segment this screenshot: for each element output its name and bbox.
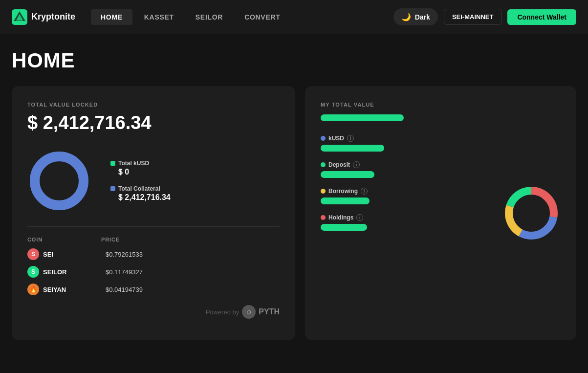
seiyan-price: $0.04194739 (106, 286, 143, 293)
nav-right: 🌙 Dark SEI-MAINNET Connect Wallet (393, 8, 576, 25)
chart-legend: Total kUSD $ 0 Total Collateral $ 2,412,… (110, 160, 171, 202)
legend-label-collateral: Total Collateral (118, 185, 160, 192)
legend-value-collateral: $ 2,412,716.34 (110, 193, 171, 202)
seilor-icon: S (27, 266, 39, 278)
legend-item-collateral: Total Collateral $ 2,412,716.34 (110, 185, 171, 202)
moon-icon: 🌙 (401, 12, 411, 22)
metric-bar-borrowing (321, 197, 370, 204)
coin-table-header: COIN PRICE (27, 237, 280, 242)
logo: Kryptonite (12, 9, 75, 25)
navbar: Kryptonite HOME kASSET SEILOR CONVERT 🌙 … (0, 0, 588, 34)
left-card: TOTAL VALUE LOCKED $ 2,412,716.34 (12, 86, 295, 340)
svg-point-5 (41, 162, 78, 199)
metric-bar-deposit (321, 171, 374, 178)
info-icon-borrowing[interactable]: i (361, 188, 368, 195)
donut-chart (27, 149, 91, 213)
metric-holdings: Holdings i (321, 214, 482, 231)
pyth-icon: ⬡ (242, 305, 256, 319)
powered-by-label: Powered by (206, 308, 240, 316)
seiyan-name: SEIYAN (43, 286, 66, 293)
nav-convert[interactable]: CONVERT (235, 9, 290, 25)
table-row: S SEI $0.79261533 (27, 248, 280, 260)
metric-bar-kusd (321, 145, 384, 152)
metric-bar-holdings (321, 224, 367, 231)
dot-holdings (321, 215, 326, 220)
sei-price: $0.79261533 (106, 251, 143, 258)
nav-seilor[interactable]: SEILOR (186, 9, 233, 25)
table-row: 🔥 SEIYAN $0.04194739 (27, 284, 280, 295)
right-donut-chart (502, 184, 561, 242)
nav-links: HOME kASSET SEILOR CONVERT (91, 9, 393, 25)
network-button[interactable]: SEI-MAINNET (444, 9, 502, 25)
legend-label-kusd: Total kUSD (118, 160, 149, 167)
metric-borrowing: Borrowing i (321, 188, 482, 204)
dark-toggle-label: Dark (415, 13, 430, 21)
legend-value-kusd: $ 0 (110, 168, 171, 176)
seilor-name: SEILOR (43, 268, 66, 276)
info-icon-deposit[interactable]: i (353, 161, 360, 168)
metric-kusd: kUSD i (321, 135, 482, 152)
nav-home[interactable]: HOME (91, 9, 132, 25)
legend-item-kusd: Total kUSD $ 0 (110, 160, 171, 176)
right-card: MY TOTAL VALUE kUSD i Deposit (305, 86, 576, 340)
metric-deposit: Deposit i (321, 161, 482, 178)
app-name: Kryptonite (31, 12, 75, 22)
seiyan-icon: 🔥 (27, 284, 39, 295)
metric-deposit-label: Deposit (328, 161, 350, 168)
connect-wallet-button[interactable]: Connect Wallet (507, 9, 576, 25)
metric-borrowing-label: Borrowing (328, 188, 358, 195)
logo-icon (12, 9, 27, 25)
seilor-price: $0.11749327 (106, 268, 143, 276)
divider (27, 226, 280, 227)
coin-sei: S SEI (27, 248, 106, 260)
legend-dot-collateral (110, 186, 115, 191)
tvl-value: $ 2,412,716.34 (27, 112, 280, 133)
coin-seilor: S SEILOR (27, 266, 106, 278)
total-bar (321, 114, 404, 121)
col-coin: COIN (27, 237, 43, 242)
svg-point-11 (514, 196, 549, 231)
nav-kasset[interactable]: kASSET (134, 9, 184, 25)
pyth-logo: Powered by ⬡ PYTH (27, 305, 280, 319)
info-icon-holdings[interactable]: i (356, 214, 363, 221)
page-content: HOME TOTAL VALUE LOCKED $ 2,412,716.34 (0, 34, 588, 355)
cards-row: TOTAL VALUE LOCKED $ 2,412,716.34 (12, 86, 576, 340)
metric-kusd-label: kUSD (328, 135, 344, 142)
tvl-label: TOTAL VALUE LOCKED (27, 102, 280, 108)
coin-seiyan: 🔥 SEIYAN (27, 284, 106, 295)
dot-kusd (321, 136, 326, 141)
dot-borrowing (321, 189, 326, 194)
metric-holdings-label: Holdings (328, 214, 353, 221)
sei-name: SEI (43, 251, 53, 258)
right-donut-container (502, 102, 561, 325)
right-left-panel: MY TOTAL VALUE kUSD i Deposit (321, 102, 482, 325)
col-price: PRICE (101, 237, 120, 242)
table-row: S SEILOR $0.11749327 (27, 266, 280, 278)
pyth-label: PYTH (259, 307, 280, 316)
info-icon-kusd[interactable]: i (347, 135, 354, 142)
dark-mode-toggle[interactable]: 🌙 Dark (393, 8, 438, 25)
legend-dot-kusd (110, 161, 115, 166)
dot-deposit (321, 162, 326, 167)
my-total-label: MY TOTAL VALUE (321, 102, 482, 108)
sei-icon: S (27, 248, 39, 260)
page-title: HOME (12, 49, 576, 72)
chart-legend-row: Total kUSD $ 0 Total Collateral $ 2,412,… (27, 149, 280, 213)
